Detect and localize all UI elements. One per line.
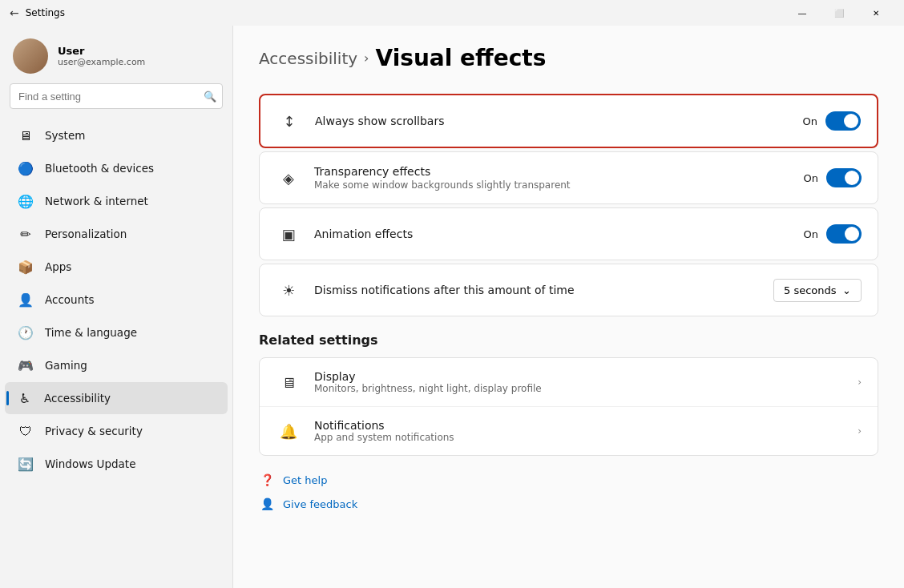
get-help-link[interactable]: ❓ Get help [259,472,878,488]
sidebar-item-gaming[interactable]: 🎮Gaming [5,349,228,381]
titlebar-controls: — ⬜ ✕ [784,0,894,26]
transparency-setting-icon: ◈ [276,165,301,191]
sidebar: User user@example.com 🔍 🖥System🔵Bluetoot… [0,26,232,588]
network-icon: 🌐 [18,193,34,209]
update-icon: 🔄 [18,456,34,472]
sidebar-item-label-accounts: Accounts [45,293,95,306]
sidebar-item-network[interactable]: 🌐Network & internet [5,185,228,217]
app-window: User user@example.com 🔍 🖥System🔵Bluetoot… [0,26,904,588]
notifications-setting-icon: ☀ [276,277,301,303]
related-settings-title: Related settings [259,332,878,348]
personalization-icon: ✏️ [18,226,34,242]
related-desc-notifications: App and system notifications [314,432,858,443]
related-label-notifications: Notifications [314,419,858,432]
toggle-scrollbars[interactable] [825,111,861,131]
related-text-notifications: NotificationsApp and system notification… [314,419,858,443]
setting-label-notifications: Dismiss notifications after this amount … [314,284,773,296]
related-text-display: DisplayMonitors, brightness, night light… [314,370,858,394]
accounts-icon: 👤 [18,292,34,308]
titlebar-left: ← Settings [10,6,65,19]
settings-card-transparency: ◈Transparency effectsMake some window ba… [259,151,878,204]
titlebar: ← Settings — ⬜ ✕ [0,0,904,26]
accessibility-icon: ♿ [17,390,33,406]
maximize-button[interactable]: ⬜ [821,0,858,26]
breadcrumb: Accessibility › Visual effects [259,45,878,71]
related-row-display[interactable]: 🖥DisplayMonitors, brightness, night ligh… [260,358,878,407]
sidebar-item-system[interactable]: 🖥System [5,119,228,151]
sidebar-item-bluetooth[interactable]: 🔵Bluetooth & devices [5,152,228,184]
related-desc-display: Monitors, brightness, night light, displ… [314,383,858,394]
sidebar-item-label-bluetooth: Bluetooth & devices [45,162,154,175]
avatar [13,38,48,74]
setting-control-transparency: On [804,168,862,187]
get-help-label: Get help [283,474,327,486]
close-button[interactable]: ✕ [858,0,894,26]
breadcrumb-parent: Accessibility [259,49,357,68]
toggle-animation[interactable] [826,224,862,244]
setting-status-transparency: On [804,172,818,184]
user-email: user@example.com [58,57,145,67]
sidebar-item-label-privacy: Privacy & security [45,425,143,437]
breadcrumb-chevron: › [364,50,369,66]
sidebar-item-time[interactable]: 🕐Time & language [5,316,228,348]
titlebar-title: Settings [26,7,65,18]
main-content: Accessibility › Visual effects ↕Always s… [232,26,904,588]
setting-label-scrollbars: Always show scrollbars [315,115,803,127]
time-icon: 🕐 [18,324,34,340]
setting-text-scrollbars: Always show scrollbars [315,115,803,127]
search-box: 🔍 [10,83,223,109]
setting-row-notifications: ☀Dismiss notifications after this amount… [260,264,878,316]
sidebar-item-apps[interactable]: 📦Apps [5,251,228,283]
settings-card-animation: ▣Animation effectsOn [259,207,878,260]
sidebar-item-label-apps: Apps [45,260,71,273]
setting-row-animation: ▣Animation effectsOn [260,208,878,260]
settings-container: ↕Always show scrollbarsOn◈Transparency e… [259,94,878,316]
related-chevron-notifications: › [858,425,862,437]
setting-row-transparency: ◈Transparency effectsMake some window ba… [260,152,878,203]
user-info: User user@example.com [58,45,145,67]
sidebar-item-label-network: Network & internet [45,195,148,207]
setting-label-transparency: Transparency effects [314,165,804,178]
sidebar-item-accounts[interactable]: 👤Accounts [5,284,228,316]
notifications-related-icon: 🔔 [276,418,301,444]
setting-status-animation: On [804,228,818,240]
sidebar-item-label-personalization: Personalization [45,228,127,240]
setting-control-animation: On [804,224,862,244]
feedback-icon: 👤 [259,496,275,512]
nav-list: 🖥System🔵Bluetooth & devices🌐Network & in… [0,115,232,484]
apps-icon: 📦 [18,259,34,275]
related-chevron-display: › [858,377,862,388]
related-settings-card: 🖥DisplayMonitors, brightness, night ligh… [259,357,878,456]
display-related-icon: 🖥 [276,369,301,395]
minimize-button[interactable]: — [784,0,821,26]
privacy-icon: 🛡 [18,423,34,439]
sidebar-item-privacy[interactable]: 🛡Privacy & security [5,415,228,447]
chevron-down-icon: ⌄ [842,284,851,296]
sidebar-item-personalization[interactable]: ✏️Personalization [5,218,228,250]
toggle-transparency[interactable] [826,168,862,187]
setting-row-scrollbars: ↕Always show scrollbarsOn [260,95,877,147]
user-section: User user@example.com [0,26,232,83]
search-input[interactable] [10,83,223,109]
settings-card-scrollbars: ↕Always show scrollbarsOn [259,94,878,148]
sidebar-item-label-time: Time & language [45,326,137,339]
setting-text-transparency: Transparency effectsMake some window bac… [314,165,804,191]
user-name: User [58,45,145,57]
dropdown-notifications[interactable]: 5 seconds⌄ [773,279,862,302]
sidebar-item-accessibility[interactable]: ♿Accessibility [5,382,228,414]
related-label-display: Display [314,370,858,383]
back-icon[interactable]: ← [10,6,19,19]
give-feedback-link[interactable]: 👤 Give feedback [259,496,878,512]
setting-text-animation: Animation effects [314,228,804,240]
sidebar-item-label-accessibility: Accessibility [44,392,111,405]
system-icon: 🖥 [18,127,34,143]
animation-setting-icon: ▣ [276,221,301,247]
setting-control-notifications: 5 seconds⌄ [773,279,862,302]
setting-status-scrollbars: On [803,115,817,127]
setting-text-notifications: Dismiss notifications after this amount … [314,284,773,296]
scrollbars-setting-icon: ↕ [276,108,302,134]
setting-control-scrollbars: On [803,111,861,131]
related-row-notifications[interactable]: 🔔NotificationsApp and system notificatio… [260,407,878,455]
give-feedback-label: Give feedback [283,498,357,510]
sidebar-item-update[interactable]: 🔄Windows Update [5,448,228,480]
